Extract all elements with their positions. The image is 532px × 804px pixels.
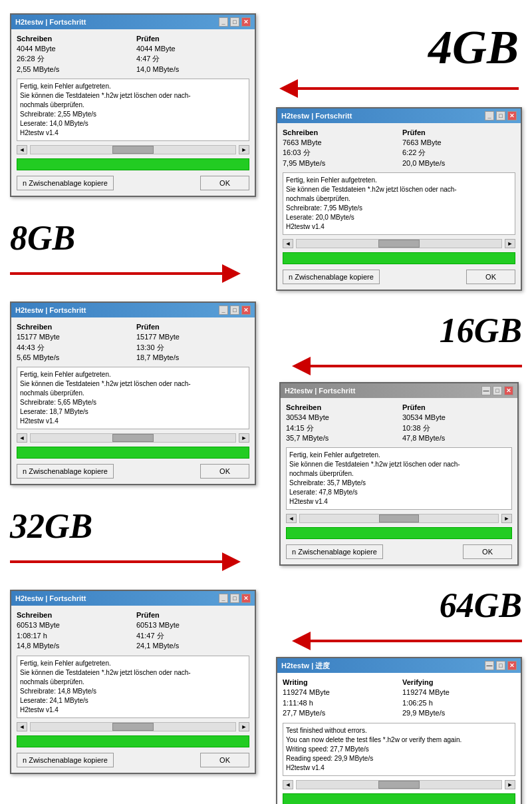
section-64gb-label: 64GB (266, 586, 532, 654)
maximize-btn-64gb[interactable]: □ (230, 594, 239, 603)
scrollthumb-64gb (112, 723, 154, 731)
verify-col-32gb: Prüfen 30534 MByte 10:38 分 47,8 MByte/s (402, 403, 512, 443)
body-128gb: Writing 119274 MByte 1:11:48 h 27,7 MByt… (277, 673, 521, 804)
log-128gb: Test finished without errors. You can no… (283, 723, 515, 776)
minimize-btn-32gb[interactable]: — (481, 386, 491, 395)
minimize-btn-16gb[interactable]: _ (219, 305, 228, 315)
window-title-16gb: H2testw | Fortschritt _ □ ✕ (11, 303, 255, 317)
progress-128gb (283, 793, 515, 804)
scrolltrack-128gb[interactable] (296, 780, 502, 789)
write-col-128gb: Writing 119274 MByte 1:11:48 h 27,7 MByt… (283, 678, 396, 718)
ok-btn-8gb[interactable]: OK (466, 270, 515, 284)
scroll-right-32gb[interactable]: ► (501, 514, 512, 523)
close-btn-128gb[interactable]: ✕ (507, 661, 517, 670)
ok-btn-32gb[interactable]: OK (463, 544, 512, 559)
title-text-128gb: H2testw | 进度 (281, 661, 330, 671)
verify-speed-8gb: 20,0 MByte/s (402, 158, 515, 168)
section-4gb-win: H2testw | Fortschritt _ □ ✕ Schreiben 40… (0, 13, 266, 197)
scroll-right-128gb[interactable]: ► (505, 780, 515, 789)
minimize-btn-8gb[interactable]: _ (485, 111, 494, 120)
clipboard-btn-64gb[interactable]: n Zwischenablage kopiere (17, 753, 114, 767)
clipboard-btn-8gb[interactable]: n Zwischenablage kopiere (283, 270, 380, 284)
maximize-btn-4gb[interactable]: □ (230, 17, 239, 27)
verify-label-128gb: Verifying (402, 678, 515, 686)
scroll-left-128gb[interactable]: ◄ (283, 780, 293, 789)
progress-8gb (283, 252, 515, 264)
maximize-btn-128gb[interactable]: □ (496, 661, 505, 670)
window-32gb: H2testw | Fortschritt — □ ✕ Schreiben 30… (279, 382, 519, 566)
scrolltrack-8gb[interactable] (296, 239, 502, 248)
clipboard-btn-32gb[interactable]: n Zwischenablage kopiere (286, 544, 383, 559)
maximize-btn-8gb[interactable]: □ (496, 111, 505, 120)
title-text-8gb: H2testw | Fortschritt (281, 112, 352, 120)
close-btn-64gb[interactable]: ✕ (241, 594, 251, 603)
close-btn-4gb[interactable]: ✕ (241, 17, 251, 27)
verify-col-8gb: Prüfen 7663 MByte 6:22 分 20,0 MByte/s (402, 128, 515, 168)
ok-btn-16gb[interactable]: OK (200, 464, 249, 479)
minimize-btn-128gb[interactable]: — (485, 661, 494, 670)
maximize-btn-32gb[interactable]: □ (493, 386, 502, 395)
scroll-right-16gb[interactable]: ► (239, 433, 249, 443)
close-btn-8gb[interactable]: ✕ (507, 111, 517, 120)
scrolltrack-16gb[interactable] (30, 433, 236, 443)
window-title-128gb: H2testw | 进度 — □ ✕ (277, 658, 521, 673)
close-btn-16gb[interactable]: ✕ (241, 305, 251, 315)
bottom-row-64gb: n Zwischenablage kopiere OK (17, 753, 249, 767)
ok-btn-64gb[interactable]: OK (200, 753, 249, 767)
maximize-btn-16gb[interactable]: □ (230, 305, 239, 315)
close-btn-32gb[interactable]: ✕ (504, 386, 513, 395)
arrow-line-8gb (10, 272, 222, 275)
scroll-left-4gb[interactable]: ◄ (17, 145, 27, 154)
label-64gb: 64GB (440, 586, 522, 625)
write-speed-4gb: 2,55 MByte/s (17, 65, 130, 75)
write-time-32gb: 14:15 分 (286, 423, 396, 433)
stats-row-4gb: Schreiben 4044 MByte 26:28 分 2,55 MByte/… (17, 35, 249, 75)
stats-row-128gb: Writing 119274 MByte 1:11:48 h 27,7 MByt… (283, 678, 515, 718)
ok-btn-4gb[interactable]: OK (200, 176, 249, 190)
scroll-left-32gb[interactable]: ◄ (286, 514, 297, 523)
scrollbar-8gb: ◄ ► (283, 239, 515, 248)
write-vals-4gb: 4044 MByte 26:28 分 2,55 MByte/s (17, 44, 130, 75)
win-controls-8gb: _ □ ✕ (485, 111, 517, 120)
scroll-right-4gb[interactable]: ► (239, 145, 249, 154)
write-size-128gb: 119274 MByte (283, 688, 396, 698)
scrolltrack-64gb[interactable] (30, 722, 236, 731)
arrow-head-left-16gb (292, 357, 311, 375)
section-4gb-label: 4GB (266, 20, 532, 75)
scrollthumb-16gb (112, 434, 154, 442)
win-controls-64gb: _ □ ✕ (219, 594, 251, 603)
clipboard-btn-16gb[interactable]: n Zwischenablage kopiere (17, 464, 114, 479)
scroll-right-8gb[interactable]: ► (505, 239, 515, 248)
clipboard-btn-4gb[interactable]: n Zwischenablage kopiere (17, 176, 114, 190)
page: H2testw | Fortschritt _ □ ✕ Schreiben 40… (0, 0, 532, 804)
scrolltrack-4gb[interactable] (30, 145, 236, 154)
body-16gb: Schreiben 15177 MByte 44:43 分 5,65 MByte… (11, 317, 255, 484)
verify-col-4gb: Prüfen 4044 MByte 4:47 分 14,0 MByte/s (136, 35, 249, 75)
write-label-8gb: Schreiben (283, 128, 396, 136)
write-vals-16gb: 15177 MByte 44:43 分 5,65 MByte/s (17, 332, 130, 363)
log-64gb: Fertig, kein Fehler aufgetreten. Sie kön… (17, 656, 249, 718)
scrolltrack-32gb[interactable] (299, 514, 499, 523)
scrollbar-32gb: ◄ ► (286, 514, 512, 523)
window-128gb: H2testw | 进度 — □ ✕ Writing 119274 MByte (276, 657, 522, 804)
progress-4gb (17, 158, 249, 170)
write-size-32gb: 30534 MByte (286, 413, 396, 423)
minimize-btn-64gb[interactable]: _ (219, 594, 228, 603)
scroll-left-8gb[interactable]: ◄ (283, 239, 293, 248)
arrow-8gb (10, 264, 241, 283)
write-col-16gb: Schreiben 15177 MByte 44:43 分 5,65 MByte… (17, 323, 130, 363)
scroll-left-64gb[interactable]: ◄ (17, 722, 27, 731)
verify-size-8gb: 7663 MByte (402, 138, 515, 148)
write-time-8gb: 16:03 分 (283, 148, 396, 158)
verify-label-64gb: Prüfen (136, 611, 249, 619)
minimize-btn-4gb[interactable]: _ (219, 17, 228, 27)
write-speed-128gb: 27,7 MByte/s (283, 708, 396, 718)
scroll-left-16gb[interactable]: ◄ (17, 433, 27, 443)
write-vals-128gb: 119274 MByte 1:11:48 h 27,7 MByte/s (283, 688, 396, 718)
label-4gb-large: 4GB (428, 20, 519, 75)
verify-col-16gb: Prüfen 15177 MByte 13:30 分 18,7 MByte/s (136, 323, 249, 363)
verify-label-8gb: Prüfen (402, 128, 515, 136)
write-col-32gb: Schreiben 30534 MByte 14:15 分 35,7 MByte… (286, 403, 396, 443)
win-controls-4gb: _ □ ✕ (219, 17, 251, 27)
scroll-right-64gb[interactable]: ► (239, 722, 249, 731)
